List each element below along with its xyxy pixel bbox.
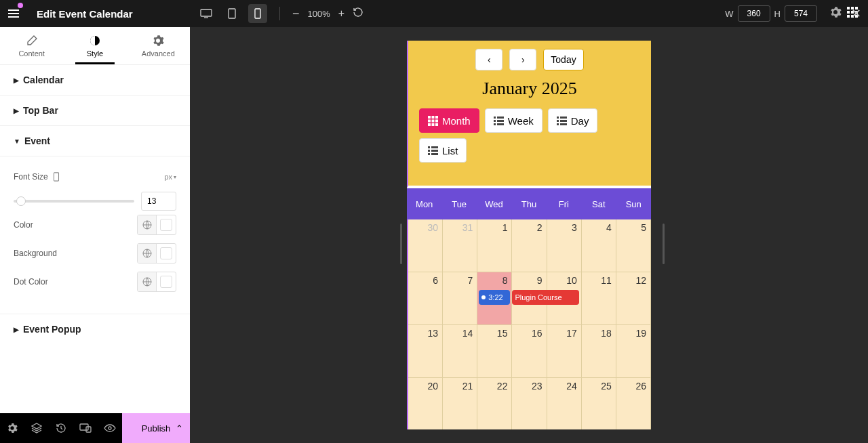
resize-handle-right[interactable] (663, 224, 665, 264)
slider-thumb[interactable] (16, 196, 26, 206)
calendar-cell[interactable]: 17 (547, 325, 582, 378)
global-color-button[interactable] (138, 215, 157, 234)
settings-button[interactable] (829, 6, 842, 21)
today-button[interactable]: Today (543, 49, 583, 70)
calendar-cell[interactable]: 83:22 (477, 272, 512, 325)
chevron-down-icon: ▼ (14, 138, 20, 145)
calendar-cell[interactable]: 5 (616, 219, 651, 272)
svg-rect-45 (428, 153, 430, 155)
fontsize-slider[interactable] (14, 200, 134, 203)
background-swatch[interactable] (157, 244, 176, 263)
mobile-device-button[interactable] (248, 4, 267, 23)
list-icon (557, 116, 567, 126)
view-month-label: Month (442, 115, 471, 127)
calendar-cell[interactable]: 19 (616, 325, 651, 378)
calendar-title: January 2025 (415, 79, 644, 99)
height-label: H (774, 9, 781, 19)
zoom-out-button[interactable]: − (292, 7, 300, 21)
svg-rect-20 (428, 116, 431, 119)
calendar-cell[interactable]: 7 (443, 272, 477, 325)
chevron-down-icon: ▾ (174, 174, 176, 180)
calendar-cell[interactable]: 31 (443, 219, 477, 272)
next-month-button[interactable]: › (509, 49, 536, 70)
zoom-reset-button[interactable] (353, 7, 363, 20)
preview-button[interactable] (98, 413, 122, 443)
prev-month-button[interactable]: ‹ (475, 49, 502, 70)
tab-content-label: Content (18, 49, 45, 58)
calendar-grid: 3031123456783:229Plugin Course1011121314… (407, 219, 651, 429)
calendar-cell[interactable]: 20 (408, 378, 443, 429)
calendar-cell[interactable]: 4 (582, 219, 616, 272)
section-eventpopup[interactable]: ▶Event Popup (0, 314, 190, 344)
view-week-button[interactable]: Week (485, 108, 542, 133)
height-input[interactable] (785, 5, 817, 22)
tablet-device-button[interactable] (222, 4, 241, 23)
view-list-label: List (442, 145, 458, 156)
fontsize-input[interactable] (141, 192, 176, 211)
calendar-cell[interactable]: 1 (477, 219, 512, 272)
tab-style-label: Style (87, 49, 103, 58)
global-settings-button[interactable] (0, 413, 24, 443)
publish-button[interactable]: Publish ⌃ (122, 413, 190, 443)
calendar-cell[interactable]: 23 (512, 378, 547, 429)
calendar-cell[interactable]: 9Plugin Course (512, 272, 547, 325)
svg-rect-30 (497, 117, 504, 119)
tab-content[interactable]: Content (0, 27, 63, 64)
calendar-cell[interactable]: 13 (408, 325, 443, 378)
view-week-label: Week (508, 115, 534, 127)
global-color-button[interactable] (138, 272, 157, 291)
fontsize-label: Font Size (14, 172, 48, 182)
calendar-cell[interactable]: 25 (582, 378, 616, 429)
calendar-cell[interactable]: 3 (547, 219, 582, 272)
svg-rect-35 (557, 117, 559, 119)
tab-style[interactable]: Style (63, 27, 126, 64)
calendar-cell[interactable]: 18 (582, 325, 616, 378)
calendar-cell[interactable]: 2 (512, 219, 547, 272)
svg-rect-22 (435, 116, 438, 119)
section-event[interactable]: ▼Event (0, 126, 190, 156)
weekday-label: Sun (616, 188, 651, 219)
list-icon (494, 116, 504, 126)
svg-rect-32 (497, 120, 504, 122)
main-menu-button[interactable] (5, 5, 22, 22)
view-month-button[interactable]: Month (419, 108, 479, 133)
dotcolor-control[interactable] (137, 272, 176, 292)
section-calendar[interactable]: ▶Calendar (0, 65, 190, 96)
calendar-cell[interactable]: 22 (477, 378, 512, 429)
close-button[interactable]: ✕ (851, 6, 861, 21)
calendar-cell[interactable]: 24 (547, 378, 582, 429)
chevron-left-icon: ‹ (488, 54, 491, 65)
desktop-device-button[interactable] (197, 4, 216, 23)
calendar-cell[interactable]: 14 (443, 325, 477, 378)
event-pill[interactable]: 3:22 (479, 290, 510, 305)
responsive-icon (52, 172, 60, 182)
dotcolor-swatch[interactable] (157, 272, 176, 291)
responsive-mode-button[interactable] (73, 413, 98, 443)
calendar-cell[interactable]: 11 (582, 272, 616, 325)
background-control[interactable] (137, 243, 176, 263)
event-panel-body: Font Size px▾ Color Background Dot Color (0, 156, 190, 308)
view-day-button[interactable]: Day (548, 108, 598, 133)
calendar-cell[interactable]: 12 (616, 272, 651, 325)
resize-handle-left[interactable] (400, 224, 402, 264)
chevron-up-icon[interactable]: ⌃ (176, 423, 183, 434)
section-topbar[interactable]: ▶Top Bar (0, 96, 190, 126)
view-list-button[interactable]: List (419, 138, 467, 163)
color-control[interactable] (137, 215, 176, 235)
tab-advanced[interactable]: Advanced (127, 27, 190, 64)
chevron-right-icon: › (521, 54, 525, 65)
width-input[interactable] (738, 5, 770, 22)
zoom-in-button[interactable]: + (338, 7, 344, 20)
calendar-cell[interactable]: 6 (408, 272, 443, 325)
navigator-button[interactable] (24, 413, 49, 443)
unit-select[interactable]: px▾ (164, 173, 176, 181)
calendar-cell[interactable]: 26 (616, 378, 651, 429)
calendar-cell[interactable]: 16 (512, 325, 547, 378)
color-swatch[interactable] (157, 215, 176, 234)
calendar-cell[interactable]: 30 (408, 219, 443, 272)
history-button[interactable] (49, 413, 73, 443)
event-pill[interactable]: Plugin Course (512, 290, 578, 305)
calendar-cell[interactable]: 21 (443, 378, 477, 429)
global-color-button[interactable] (138, 244, 157, 263)
calendar-cell[interactable]: 15 (477, 325, 512, 378)
